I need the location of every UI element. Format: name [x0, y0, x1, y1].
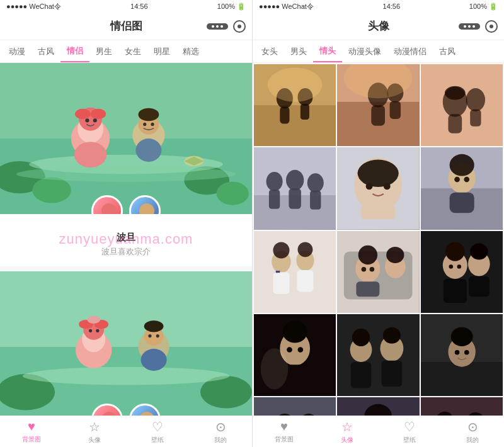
target-icon[interactable]	[233, 20, 246, 33]
svg-point-15	[74, 142, 106, 167]
bt-label-touxiang-right: 头像	[341, 436, 353, 444]
svg-rect-133	[382, 361, 403, 387]
heart-icon-right: ♥	[280, 419, 288, 434]
svg-rect-135	[421, 362, 503, 396]
bottom-tab-touxiang-left[interactable]: ☆ 头像	[76, 419, 113, 444]
svg-point-69	[445, 86, 466, 100]
heart-outline-icon-left: ♡	[152, 419, 163, 434]
bottom-tab-bizhi-left[interactable]: ♡ 壁纸	[139, 419, 176, 444]
svg-point-129	[352, 329, 370, 346]
svg-point-39	[87, 316, 100, 324]
svg-rect-130	[351, 362, 372, 388]
bt-label-wode-left: 我的	[214, 436, 227, 444]
svg-rect-127	[337, 314, 419, 396]
svg-rect-53	[280, 106, 289, 123]
tab-qinglv[interactable]: 情侣	[60, 40, 89, 62]
photo-cell-12[interactable]	[421, 314, 503, 396]
photo-cell-15[interactable]	[421, 397, 503, 416]
bottom-bar-right: ♥ 背景图 ☆ 头像 ♡ 壁纸 ⊙ 我的	[253, 416, 504, 447]
tab-gufeng2[interactable]: 古风	[433, 40, 462, 62]
tab-gufeng[interactable]: 古风	[32, 40, 60, 62]
svg-point-114	[449, 264, 453, 269]
svg-point-38	[96, 329, 99, 332]
bottom-tab-bizhi-right[interactable]: ♡ 壁纸	[391, 419, 428, 444]
photo-cell-14[interactable]	[337, 397, 419, 416]
svg-rect-62	[390, 101, 401, 119]
svg-point-18	[138, 108, 159, 122]
photo-cell-8[interactable]	[337, 231, 419, 313]
svg-point-5	[217, 182, 249, 205]
heart-outline-icon-right: ♡	[404, 419, 415, 434]
photo-cell-11[interactable]	[337, 314, 419, 396]
tab-jingxuan[interactable]: 精选	[176, 40, 205, 62]
content-left[interactable]: zunyueyuanma.com	[0, 63, 252, 416]
title-icons-left	[207, 20, 246, 33]
svg-rect-94	[254, 231, 336, 313]
svg-rect-93	[449, 193, 474, 213]
svg-point-37	[89, 329, 92, 332]
photo-cell-9[interactable]	[421, 231, 503, 313]
bottom-tab-wode-right[interactable]: ⊙ 我的	[454, 419, 491, 444]
svg-point-113	[445, 242, 464, 261]
photo-cell-1[interactable]	[254, 64, 336, 146]
svg-point-107	[370, 267, 375, 272]
bottom-tab-bgjt-right[interactable]: ♥ 背景图	[265, 419, 303, 444]
svg-point-137	[450, 327, 472, 346]
target-icon-right[interactable]	[485, 20, 498, 33]
svg-point-72	[266, 172, 283, 191]
bt-label-bgjt-right: 背景图	[275, 435, 294, 444]
svg-point-25	[139, 203, 154, 214]
tab-mingxing[interactable]: 明星	[147, 40, 176, 62]
status-bar-left: ●●●●● WeChat令 14:56 100% 🔋	[0, 0, 252, 13]
photo-cell-7[interactable]	[254, 231, 336, 313]
svg-point-132	[383, 327, 401, 344]
more-icon[interactable]	[207, 23, 228, 30]
more-icon-right[interactable]	[459, 23, 480, 30]
svg-rect-68	[470, 110, 481, 127]
tab-nvtou[interactable]: 女头	[255, 40, 284, 62]
svg-point-14	[93, 118, 97, 122]
tab-nansheng[interactable]: 男生	[89, 40, 118, 62]
svg-rect-73	[269, 190, 280, 209]
circle-icon-left: ⊙	[215, 419, 226, 434]
svg-point-100	[298, 242, 313, 257]
svg-rect-116	[443, 279, 466, 303]
battery-left: 100% 🔋	[217, 3, 246, 11]
couple-card-2[interactable]: 宗介 我也喜欢你	[0, 271, 252, 416]
circle-icon-right: ⊙	[467, 419, 478, 434]
svg-rect-153	[421, 397, 503, 416]
bottom-tab-wode-left[interactable]: ⊙ 我的	[202, 419, 239, 444]
tab-dongman[interactable]: 动漫	[3, 40, 32, 62]
card-name-1: 波旦	[10, 232, 242, 244]
photo-cell-4[interactable]	[254, 147, 336, 229]
svg-point-76	[307, 174, 324, 193]
tab-dongmantou[interactable]: 动漫头像	[342, 40, 387, 62]
couple-card-1[interactable]: 波旦 波旦喜欢宗介	[0, 63, 252, 266]
status-bar-right: ●●●●● WeChat令 14:56 100% 🔋	[253, 0, 504, 13]
svg-point-11	[75, 109, 91, 119]
tab-nantou[interactable]: 男头	[284, 40, 313, 62]
tab-qingtou[interactable]: 情头	[313, 40, 342, 62]
photo-cell-3[interactable]	[421, 64, 503, 146]
photo-cell-5[interactable]	[337, 147, 419, 229]
tab-nvsheng[interactable]: 女生	[118, 40, 147, 62]
svg-point-91	[454, 177, 460, 183]
bottom-bar-left: ♥ 背景图 ☆ 头像 ♡ 壁纸 ⊙ 我的	[0, 416, 252, 447]
photo-cell-10[interactable]	[254, 314, 336, 396]
avatar-right-2	[129, 404, 161, 416]
svg-point-106	[362, 267, 367, 272]
svg-rect-140	[254, 397, 336, 416]
svg-point-122	[283, 321, 307, 343]
title-bar-right: 头像	[253, 13, 504, 40]
svg-point-21	[135, 139, 161, 162]
photo-grid-content[interactable]	[253, 63, 504, 416]
photo-cell-2[interactable]	[337, 64, 419, 146]
bottom-tab-touxiang-right[interactable]: ☆ 头像	[328, 419, 366, 444]
tab-dongmanqinglv[interactable]: 动漫情侣	[387, 40, 433, 62]
bottom-tab-bgjt-left[interactable]: ♥ 背景图	[13, 419, 50, 444]
star-icon-left: ☆	[89, 419, 100, 434]
photo-cell-6[interactable]	[421, 147, 503, 229]
svg-point-139	[464, 350, 469, 355]
photo-cell-13[interactable]	[254, 397, 336, 416]
card-info-1: 波旦 波旦喜欢宗介	[0, 214, 252, 266]
